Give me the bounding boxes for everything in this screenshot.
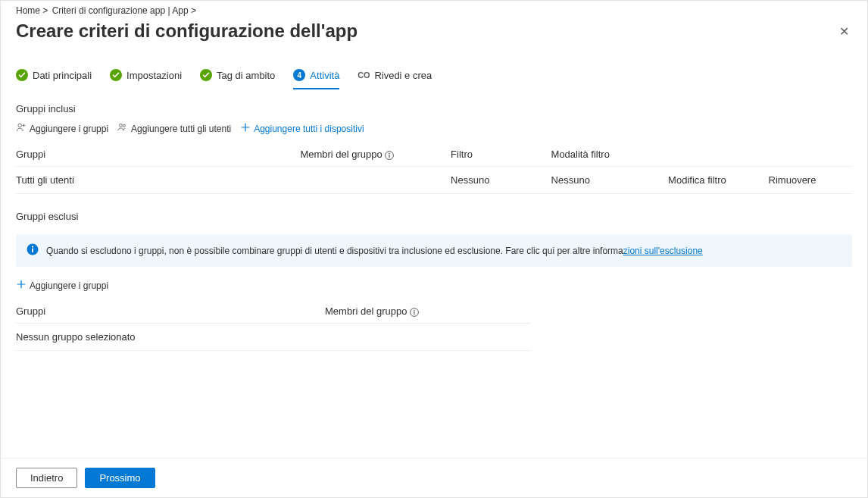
- breadcrumb-policies[interactable]: Criteri di configurazione app | App >: [52, 5, 196, 16]
- step-label: Dati principali: [33, 70, 92, 81]
- svg-point-5: [123, 124, 125, 127]
- back-button[interactable]: Indietro: [16, 468, 77, 488]
- add-person-icon: [16, 122, 27, 135]
- header-label: Membri del gruppo: [325, 305, 407, 317]
- svg-point-4: [120, 124, 123, 127]
- col-group-members: Membri del gruppo: [325, 299, 531, 324]
- info-link[interactable]: zioni sull'esclusione: [623, 246, 703, 256]
- add-groups-link[interactable]: Aggiungere i gruppi: [16, 122, 108, 135]
- step-settings[interactable]: Impostazioni: [110, 64, 191, 89]
- page-title: Creare criteri di configurazione dell'ap…: [16, 20, 358, 42]
- check-icon: [16, 69, 28, 81]
- wizard-footer: Indietro Prossimo: [1, 458, 867, 497]
- svg-point-13: [414, 309, 415, 311]
- step-pending-icon: CO: [358, 69, 370, 81]
- included-groups-title: Gruppi inclusi: [16, 103, 852, 114]
- action-label: Aggiungere tutti i dispositivi: [254, 124, 364, 134]
- empty-message: Nessun gruppo selezionato: [16, 324, 531, 351]
- col-group-members: Membri del gruppo: [300, 143, 451, 167]
- info-banner: Quando si escludono i gruppi, non è poss…: [16, 234, 852, 267]
- add-all-users-link[interactable]: Aggiungere tutti gli utenti: [117, 122, 231, 135]
- step-basics[interactable]: Dati principali: [16, 64, 101, 89]
- info-icon[interactable]: [385, 151, 394, 160]
- action-label: Aggiungere tutti gli utenti: [131, 124, 231, 134]
- remove-link[interactable]: Rimuovere: [769, 167, 852, 194]
- add-people-icon: [117, 122, 128, 135]
- next-button[interactable]: Prossimo: [85, 468, 155, 488]
- check-icon: [110, 69, 122, 81]
- excluded-groups-title: Gruppi esclusi: [16, 211, 852, 222]
- action-label: Aggiungere i gruppi: [30, 124, 108, 134]
- close-button[interactable]: ✕: [836, 21, 852, 42]
- included-groups-table: Gruppi Membri del gruppo Filtro Modalità…: [16, 143, 852, 194]
- step-label: Rivedi e crea: [374, 70, 432, 81]
- check-icon: [200, 69, 212, 81]
- action-label: Aggiungere i gruppi: [30, 280, 108, 291]
- step-label: Attività: [310, 70, 339, 81]
- svg-point-10: [32, 246, 33, 248]
- add-excluded-groups-link[interactable]: Aggiungere i gruppi: [16, 279, 108, 292]
- table-row: Tutti gli utenti Nessuno Nessuno Modific…: [16, 167, 852, 194]
- step-review[interactable]: CO Rivedi e crea: [358, 64, 441, 89]
- info-icon: [27, 243, 39, 258]
- plus-icon: [16, 279, 27, 292]
- svg-point-7: [389, 152, 391, 154]
- breadcrumb: Home > Criteri di configurazione app | A…: [1, 1, 867, 17]
- col-filter: Filtro: [451, 143, 551, 167]
- step-scope-tags[interactable]: Tag di ambito: [200, 64, 284, 89]
- step-label: Impostazioni: [126, 70, 182, 81]
- svg-rect-8: [389, 155, 390, 158]
- step-number-icon: 4: [293, 69, 305, 81]
- header-label: Membri del gruppo: [300, 149, 382, 160]
- cell-group-members: [300, 167, 451, 194]
- edit-filter-link[interactable]: Modifica filtro: [668, 167, 768, 194]
- cell-filter-mode: Nessuno: [551, 167, 669, 194]
- info-text: Quando si escludono i gruppi, non è poss…: [46, 246, 703, 256]
- breadcrumb-home[interactable]: Home >: [16, 5, 48, 16]
- header-label: Gruppi: [16, 149, 45, 160]
- step-label: Tag di ambito: [217, 70, 275, 81]
- plus-icon: [240, 122, 251, 135]
- close-icon: ✕: [839, 25, 849, 38]
- add-all-devices-link[interactable]: Aggiungere tutti i dispositivi: [240, 122, 364, 135]
- col-groups: Gruppi: [16, 299, 325, 324]
- wizard-steps: Dati principali Impostazioni Tag di ambi…: [16, 64, 852, 89]
- cell-filter: Nessuno: [451, 167, 551, 194]
- info-icon[interactable]: [410, 308, 419, 317]
- info-text-body: Quando si escludono i gruppi, non è poss…: [46, 246, 623, 256]
- svg-point-3: [18, 124, 22, 127]
- excluded-groups-table: Gruppi Membri del gruppo Nessun gruppo s…: [16, 299, 531, 351]
- step-assignments[interactable]: 4 Attività: [293, 64, 348, 89]
- cell-groups: Tutti gli utenti: [16, 167, 300, 194]
- svg-rect-11: [32, 249, 33, 252]
- col-filter-mode: Modalità filtro: [551, 143, 669, 167]
- svg-rect-14: [414, 312, 414, 315]
- col-groups: Gruppi: [16, 143, 300, 167]
- table-empty-row: Nessun gruppo selezionato: [16, 324, 531, 351]
